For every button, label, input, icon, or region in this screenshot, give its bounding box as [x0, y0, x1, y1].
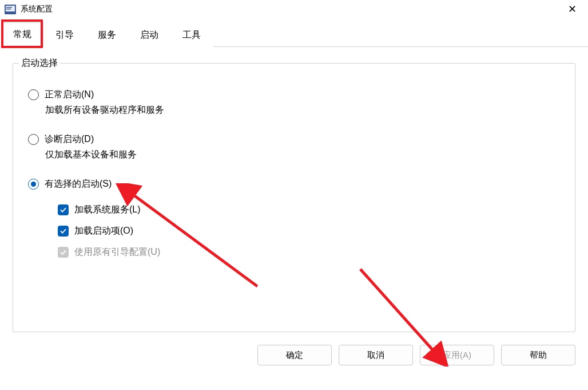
- option-normal-desc: 加载所有设备驱动程序和服务: [13, 102, 575, 130]
- startup-selection-group: 启动选择 正常启动(N) 加载所有设备驱动程序和服务 诊断启动(D) 仅加载基本…: [13, 57, 575, 332]
- checkbox-icon: [58, 226, 69, 237]
- option-diagnostic-startup[interactable]: 诊断启动(D): [13, 130, 575, 147]
- checkbox-load-startup-items[interactable]: 加载启动项(O): [13, 220, 575, 242]
- tab-tools[interactable]: 工具: [170, 23, 213, 47]
- window-title: 系统配置: [21, 4, 561, 14]
- close-button[interactable]: ✕: [561, 1, 583, 17]
- svg-rect-3: [6, 9, 11, 10]
- titlebar: 系统配置 ✕: [0, 0, 588, 18]
- group-legend: 启动选择: [19, 57, 60, 69]
- tab-label: 工具: [182, 30, 201, 40]
- radio-icon: [28, 134, 39, 145]
- radio-icon: [28, 179, 39, 190]
- checkbox-load-system-services[interactable]: 加载系统服务(L): [13, 199, 575, 220]
- checkbox-label: 加载启动项(O): [74, 225, 133, 237]
- option-diagnostic-desc: 仅加载基本设备和服务: [13, 147, 575, 175]
- option-selective-startup[interactable]: 有选择的启动(S): [13, 175, 575, 191]
- tab-startup[interactable]: 启动: [128, 23, 170, 47]
- tab-general[interactable]: 常规: [1, 22, 43, 47]
- checkbox-icon: [58, 247, 69, 258]
- tab-label: 服务: [98, 30, 116, 40]
- tab-label: 常规: [13, 29, 31, 39]
- tab-bar: 常规 引导 服务 启动 工具: [0, 18, 588, 47]
- checkbox-label: 加载系统服务(L): [74, 204, 141, 216]
- checkbox-label: 使用原有引导配置(U): [74, 246, 160, 258]
- tab-boot[interactable]: 引导: [43, 23, 86, 47]
- dialog-buttons: 确定 取消 应用(A) 帮助: [0, 338, 588, 365]
- close-icon: ✕: [568, 3, 577, 15]
- svg-rect-2: [6, 7, 12, 8]
- apply-button[interactable]: 应用(A): [420, 345, 494, 365]
- cancel-button[interactable]: 取消: [339, 345, 413, 365]
- msconfig-icon: [5, 5, 16, 14]
- tab-label: 启动: [140, 30, 158, 40]
- tab-content-general: 启动选择 正常启动(N) 加载所有设备驱动程序和服务 诊断启动(D) 仅加载基本…: [0, 47, 588, 338]
- checkbox-icon: [58, 204, 69, 215]
- ok-button[interactable]: 确定: [257, 345, 332, 365]
- option-label: 正常启动(N): [45, 89, 94, 101]
- help-button[interactable]: 帮助: [501, 345, 575, 365]
- tab-services[interactable]: 服务: [86, 23, 128, 47]
- option-normal-startup[interactable]: 正常启动(N): [13, 85, 575, 102]
- option-label: 有选择的启动(S): [45, 178, 112, 190]
- tab-label: 引导: [55, 30, 74, 40]
- option-label: 诊断启动(D): [45, 133, 94, 145]
- radio-icon: [28, 89, 39, 100]
- checkbox-use-original-boot: 使用原有引导配置(U): [13, 242, 575, 263]
